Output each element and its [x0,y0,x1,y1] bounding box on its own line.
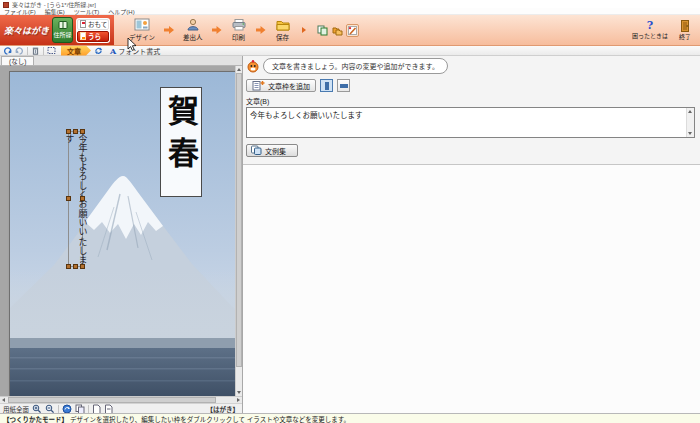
exit-label: 終了 [679,32,691,41]
greeting-text: 賀春 [161,88,201,196]
horizontal-scroll-thumb[interactable] [8,397,216,403]
scroll-down-icon[interactable] [687,130,693,137]
select-frame-button[interactable] [47,46,56,56]
flow-arrow-icon [212,26,222,34]
copy-design-button[interactable] [316,24,329,37]
trash-icon [31,46,40,55]
help-button[interactable]: ? 困ったときは [632,20,668,40]
front-card-icon [80,20,86,28]
resize-handle[interactable] [66,129,71,134]
toolbar-separator [58,405,59,413]
resize-handle[interactable] [66,196,71,201]
app-window: 楽々はがき - [うら1*/住所録.jsr] ファイル(F) 編集(E) ツール… [0,0,700,423]
panel-empty-area [243,165,700,413]
zoom-in-icon[interactable] [32,404,42,414]
delete-frame-button[interactable] [31,46,40,56]
toolbar-separator [27,47,28,55]
zoom-out-icon[interactable] [45,404,55,414]
fit-page-label: 用紙全面 [3,404,29,414]
address-book-button[interactable]: 住所録 [52,17,73,43]
message-textarea[interactable]: 今年もよろしくお願いいたします [246,107,695,138]
flow-arrow-icon [256,26,266,34]
flow-arrow-icon [164,26,174,34]
resize-handle[interactable] [73,129,78,134]
vertical-text-icon [325,82,329,90]
copy-page-icon[interactable] [75,404,85,414]
resize-handle[interactable] [73,264,78,269]
folders-button[interactable] [331,24,344,37]
font-format-icon: A [110,46,116,56]
textarea-scrollbar[interactable] [686,108,694,137]
vertical-scrollbar[interactable] [235,66,242,396]
scroll-up-icon[interactable] [687,108,693,115]
content-area: (なし) [0,56,700,413]
side-toggle-panel: おもて うら [76,18,110,43]
design-tab[interactable]: (なし) [1,56,34,65]
front-side-label: おもて [88,19,107,29]
scroll-left-icon[interactable] [0,397,7,403]
refresh-button[interactable] [94,46,103,56]
resize-handle[interactable] [80,129,85,134]
prev-page-icon[interactable] [92,404,101,414]
app-logo: 楽々はがき [4,24,49,37]
text-field-label: 文章(B) [243,92,700,107]
next-page-icon[interactable] [104,404,113,414]
print-icon [231,18,247,31]
edit-toolbar: 文章 A フォント書式 [0,46,700,56]
save-label: 保存 [276,32,289,42]
greeting-frame[interactable]: 賀春 [160,87,202,197]
preview-pane: (なし) [0,56,242,413]
copy-icon [317,25,328,36]
vertical-text-toggle[interactable] [320,79,333,92]
edit-pencil-icon [347,25,358,36]
resize-handle[interactable] [66,264,71,269]
back-side-button[interactable]: うら [77,31,109,42]
message-frame-selected[interactable]: 今年もよろしくお願いいたします [68,131,83,267]
mascot-icon [246,59,260,73]
folders-icon [332,25,343,36]
postcard-preview[interactable]: 賀春 今年もよろしくお願いいたします [10,72,237,396]
guide-bubble: 文章を書きましょう。内容の変更や追加ができます。 [263,58,448,74]
exit-button[interactable]: 終了 [679,20,691,41]
status-bar: 【つくりかたモード】 デザインを選択したり、編集したい枠をダブルクリックして イ… [0,413,700,423]
scroll-down-icon[interactable] [236,389,242,396]
vertical-scroll-thumb[interactable] [236,73,242,367]
logo-block: 楽々はがき 住所録 おもて うら [0,15,114,45]
tab-text-mode[interactable]: 文章 [61,46,91,56]
paper-type-label: 【はがき】 [207,404,240,414]
sender-icon [185,18,201,31]
toolbar-separator [43,47,44,55]
menu-bar: ファイル(F) 編集(E) ツール(T) ヘルプ(H) [0,8,700,15]
view-mode-icon[interactable] [62,404,72,414]
resize-handle[interactable] [80,196,85,201]
design-label: デザイン [129,32,155,42]
edit-mode-button[interactable] [346,24,359,37]
save-folder-icon [275,18,291,31]
edit-panel: 文章を書きましょう。内容の変更や追加ができます。 文章枠を追加 文章(B) 今年… [242,56,700,413]
address-book-icon [58,21,68,29]
add-text-frame-button[interactable]: 文章枠を追加 [246,79,316,92]
design-tab-row: (なし) [0,56,242,66]
horizontal-scrollbar[interactable] [0,396,242,403]
horizontal-text-toggle[interactable] [337,79,350,92]
sample-phrases-icon [251,145,262,156]
main-toolbar: 楽々はがき 住所録 おもて うら デザイン [0,15,700,46]
scroll-right-icon[interactable] [235,397,242,403]
undo-icon [3,46,12,55]
print-button[interactable]: 印刷 [228,17,250,43]
help-label: 困ったときは [632,31,668,40]
font-format-label: フォント書式 [118,46,160,56]
design-button[interactable]: デザイン [126,17,158,43]
sender-button[interactable]: 差出人 [180,17,206,43]
exit-door-icon [679,20,691,32]
undo-button[interactable] [3,46,12,56]
redo-button[interactable] [15,46,24,56]
scroll-up-icon[interactable] [236,66,242,73]
sample-phrases-label: 文例集 [265,146,286,156]
select-frame-icon [47,46,56,55]
resize-handle[interactable] [80,264,85,269]
font-format-button[interactable]: A フォント書式 [106,46,164,56]
front-side-button[interactable]: おもて [77,19,109,30]
sample-phrases-button[interactable]: 文例集 [246,144,298,157]
save-button[interactable]: 保存 [272,17,294,43]
